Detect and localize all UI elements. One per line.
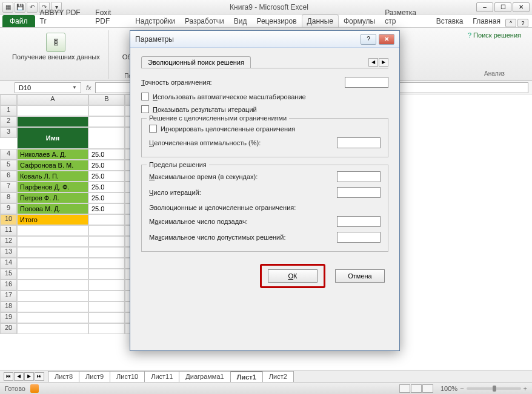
row-header-14[interactable]: 14 bbox=[0, 258, 17, 269]
row-header-19[interactable]: 19 bbox=[0, 312, 17, 323]
ribbon-tab-разработчи[interactable]: Разработчи bbox=[180, 15, 229, 27]
get-external-data-button[interactable]: 🗄 Получение внешних данных bbox=[8, 30, 104, 64]
ribbon-tab-формулы[interactable]: Формулы bbox=[339, 15, 380, 27]
sheet-nav-prev[interactable]: ◀ bbox=[14, 372, 24, 381]
solver-button[interactable]: ? Поиск решения bbox=[465, 30, 524, 40]
fx-icon[interactable]: fx bbox=[86, 84, 91, 91]
sheet-tab-лист2[interactable]: Лист2 bbox=[262, 371, 294, 382]
cell-A18[interactable] bbox=[17, 301, 88, 312]
row-header-9[interactable]: 9 bbox=[0, 203, 17, 214]
show-iterations-checkbox[interactable] bbox=[141, 105, 149, 113]
cell-A5[interactable]: Сафронова В. М. bbox=[17, 160, 88, 171]
cell-B12[interactable] bbox=[88, 236, 125, 247]
sheet-tab-лист11[interactable]: Лист11 bbox=[144, 371, 179, 382]
cell-B19[interactable] bbox=[88, 312, 125, 323]
max-time-input[interactable] bbox=[337, 171, 381, 182]
row-header-11[interactable]: 11 bbox=[0, 225, 17, 236]
sheet-nav-first[interactable]: ⏮ bbox=[4, 372, 13, 381]
row-header-13[interactable]: 13 bbox=[0, 247, 17, 258]
cell-A4[interactable]: Николаев А. Д. bbox=[17, 149, 88, 160]
cell-A2[interactable] bbox=[17, 116, 88, 127]
cell-A13[interactable] bbox=[17, 247, 88, 258]
cell-A14[interactable] bbox=[17, 258, 88, 269]
cell-B5[interactable]: 25.0 bbox=[88, 160, 125, 171]
row-header-7[interactable]: 7 bbox=[0, 182, 17, 192]
ribbon-tab-данные[interactable]: Данные bbox=[302, 15, 339, 27]
row-header-4[interactable]: 4 bbox=[0, 149, 17, 160]
cell-B3[interactable] bbox=[88, 127, 125, 149]
ribbon-tab-вид[interactable]: Вид bbox=[229, 15, 252, 27]
ribbon-minimize-icon[interactable]: ^ bbox=[505, 19, 516, 27]
view-layout-button[interactable] bbox=[411, 384, 422, 393]
cell-A8[interactable]: Петров Ф. Л. bbox=[17, 192, 88, 203]
cell-A3[interactable]: Имя bbox=[17, 127, 88, 149]
dialog-help-button[interactable]: ? bbox=[361, 34, 376, 45]
ribbon-tab-рецензиров[interactable]: Рецензиров bbox=[251, 15, 301, 27]
cell-B6[interactable]: 25.0 bbox=[88, 171, 125, 182]
ribbon-tab-разметка-стр[interactable]: Разметка стр bbox=[380, 7, 431, 27]
view-normal-button[interactable] bbox=[399, 384, 410, 393]
cell-A6[interactable]: Коваль Л. П. bbox=[17, 171, 88, 182]
cell-B16[interactable] bbox=[88, 280, 125, 291]
ignore-integer-checkbox[interactable] bbox=[149, 125, 157, 133]
max-feasible-input[interactable] bbox=[337, 232, 381, 243]
row-header-17[interactable]: 17 bbox=[0, 291, 17, 301]
cell-B4[interactable]: 25.0 bbox=[88, 149, 125, 160]
sheet-tab-лист9[interactable]: Лист9 bbox=[79, 371, 110, 382]
column-header-A[interactable]: A bbox=[17, 94, 88, 105]
zoom-slider[interactable] bbox=[467, 387, 521, 390]
select-all-corner[interactable] bbox=[0, 94, 17, 105]
row-header-10[interactable]: 10 bbox=[0, 214, 17, 225]
macro-record-icon[interactable] bbox=[30, 384, 39, 393]
cell-B7[interactable]: 25.0 bbox=[88, 182, 125, 192]
cell-B20[interactable] bbox=[88, 323, 125, 334]
ribbon-tab-foxit-pdf[interactable]: Foxit PDF bbox=[90, 7, 130, 27]
cancel-button[interactable]: Отмена bbox=[335, 269, 385, 283]
cell-B17[interactable] bbox=[88, 291, 125, 301]
tab-evolutionary[interactable]: Эволюционный поиск решения bbox=[141, 56, 251, 68]
cell-A9[interactable]: Попова М. Д. bbox=[17, 203, 88, 214]
cell-A17[interactable] bbox=[17, 291, 88, 301]
cell-B9[interactable]: 25.0 bbox=[88, 203, 125, 214]
cell-B15[interactable] bbox=[88, 269, 125, 280]
cell-A19[interactable] bbox=[17, 312, 88, 323]
cell-B10[interactable] bbox=[88, 214, 125, 225]
auto-scale-checkbox[interactable] bbox=[141, 93, 149, 100]
zoom-out-button[interactable]: − bbox=[460, 385, 464, 392]
cell-B18[interactable] bbox=[88, 301, 125, 312]
iterations-input[interactable] bbox=[337, 187, 381, 198]
row-header-5[interactable]: 5 bbox=[0, 160, 17, 171]
cell-A11[interactable] bbox=[17, 225, 88, 236]
max-subtasks-input[interactable] bbox=[337, 216, 381, 227]
precision-input[interactable] bbox=[345, 77, 388, 88]
cell-A20[interactable] bbox=[17, 323, 88, 334]
row-header-6[interactable]: 6 bbox=[0, 171, 17, 182]
close-button[interactable]: ✕ bbox=[513, 2, 530, 12]
dropdown-icon[interactable]: ▼ bbox=[72, 85, 77, 90]
tab-scroll-right[interactable]: ▶ bbox=[379, 58, 388, 67]
save-icon[interactable]: 💾 bbox=[15, 2, 25, 13]
view-pagebreak-button[interactable] bbox=[422, 384, 433, 393]
file-tab[interactable]: Файл bbox=[2, 15, 35, 27]
sheet-tab-лист10[interactable]: Лист10 bbox=[110, 371, 145, 382]
cell-B13[interactable] bbox=[88, 247, 125, 258]
ribbon-tab-вставка[interactable]: Вставка bbox=[431, 15, 468, 27]
row-header-8[interactable]: 8 bbox=[0, 192, 17, 203]
tab-scroll-left[interactable]: ◀ bbox=[368, 58, 378, 67]
ribbon-tab-надстройки[interactable]: Надстройки bbox=[130, 15, 180, 27]
cell-B2[interactable] bbox=[88, 116, 125, 127]
sheet-tab-лист1[interactable]: Лист1 bbox=[230, 371, 263, 382]
zoom-in-button[interactable]: + bbox=[524, 385, 527, 392]
minimize-button[interactable]: – bbox=[476, 2, 493, 12]
cell-A7[interactable]: Парфенов Д. Ф. bbox=[17, 182, 88, 192]
row-header-3[interactable]: 3 bbox=[0, 127, 17, 138]
row-header-12[interactable]: 12 bbox=[0, 236, 17, 247]
ribbon-tab-главная[interactable]: Главная bbox=[468, 15, 505, 27]
cell-B1[interactable] bbox=[88, 105, 125, 116]
row-header-16[interactable]: 16 bbox=[0, 280, 17, 291]
ok-button[interactable]: ОК bbox=[268, 269, 318, 283]
help-icon[interactable]: ? bbox=[517, 19, 528, 27]
dialog-close-button[interactable]: ✕ bbox=[379, 34, 394, 45]
ribbon-tab-abbyy-pdf-tr[interactable]: ABBYY PDF Tr bbox=[35, 7, 91, 27]
column-header-B[interactable]: B bbox=[88, 94, 125, 105]
